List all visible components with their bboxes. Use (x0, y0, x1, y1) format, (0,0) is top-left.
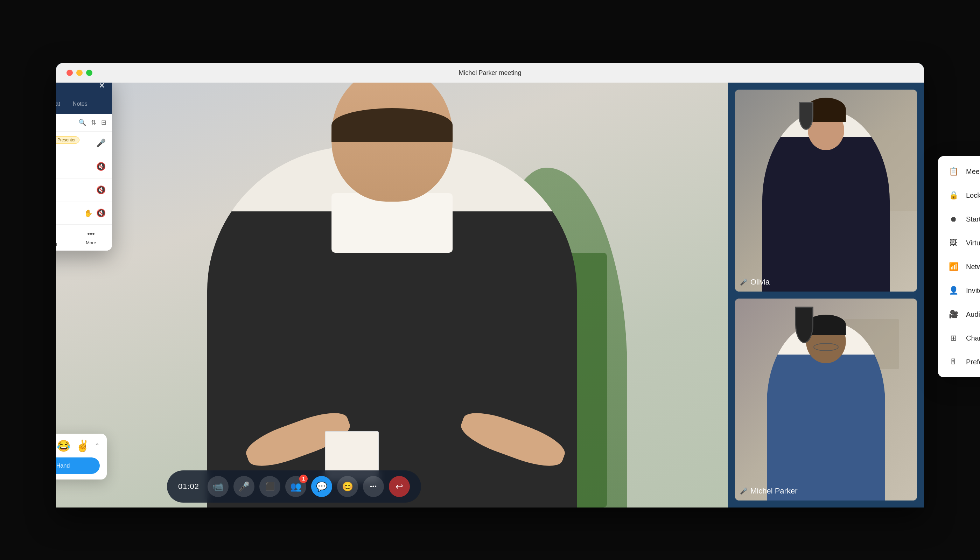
maximize-button[interactable] (86, 70, 92, 76)
leave-button[interactable]: ↩ (389, 476, 410, 497)
panel-footer: 👤 Invite 🔇 Mute all ••• More (56, 225, 112, 251)
meeting-notes-icon: 📋 (948, 166, 959, 177)
toolbar-background: 01:02 📹 🎤 ⬛ 👥 1 💬 (167, 470, 421, 503)
participant-mic-muted: 🔇 (96, 208, 106, 218)
emoji-expand-icon[interactable]: ⌃ (95, 442, 100, 450)
main-video-background (56, 83, 728, 508)
participants-button[interactable]: 👥 1 (285, 476, 306, 497)
search-button[interactable]: 🔍 (78, 118, 86, 127)
mic-icon: 🎤 (238, 481, 250, 492)
menu-item-network-performance[interactable]: 📶 Network Performance (938, 255, 980, 278)
participant-time: Joined 10 mins ago (56, 214, 80, 220)
mic-button[interactable]: 🎤 (233, 476, 255, 497)
participant-time: Joined 10 mins ago (56, 192, 93, 197)
participant-time: Just now (56, 145, 93, 150)
participant-info: Robert 🏷 Co-organizer Joined 10 mins ago (56, 183, 93, 197)
tab-chat[interactable]: Chat (56, 96, 67, 114)
context-menu: 📋 Meeting Notes 🔒 Lock Meeting ⏺ Start R… (938, 156, 980, 377)
traffic-lights (67, 70, 92, 76)
emoji-peace[interactable]: ✌ (76, 439, 90, 453)
raise-hand-label: Raise Hand (56, 463, 70, 469)
meeting-notes-label: Meeting Notes (966, 168, 980, 176)
menu-item-meeting-notes[interactable]: 📋 Meeting Notes (938, 160, 980, 183)
more-options-label: More (86, 240, 96, 245)
list-item: Robert 🏷 Co-organizer Joined 10 mins ago… (56, 178, 112, 202)
participants-icon: 👥 (290, 481, 302, 492)
change-layout-icon: ⊞ (948, 332, 959, 344)
list-item: Benjamin 🏷 Co-organizer Joined 10 mins a… (56, 155, 112, 178)
search-icons: 🔍 ⇅ ⊟ (78, 118, 107, 127)
menu-item-change-layout[interactable]: ⊞ Change Layout › (938, 326, 980, 350)
sort-button[interactable]: ⇅ (91, 118, 96, 127)
participant-name: Michael (56, 207, 80, 213)
side-videos: 🎤 Olivia (728, 83, 924, 508)
emoji-laugh[interactable]: 😂 (57, 439, 71, 453)
menu-item-audio-video-settings[interactable]: 🎥 Audio/Video Settings › (938, 302, 980, 326)
more-button[interactable]: ••• (363, 476, 384, 497)
share-icon: ⬛ (265, 482, 275, 491)
lock-meeting-label: Lock Meeting (966, 192, 980, 200)
panel-header: Thomas 1 meeting ✕ (56, 83, 112, 96)
michel-mic-icon: 🎤 (740, 487, 748, 495)
menu-item-virtual-background[interactable]: 🖼 Virtual Background (938, 231, 980, 255)
olivia-video-bg (735, 90, 917, 292)
menu-item-preferences[interactable]: 🎚 Preferences › (938, 350, 980, 374)
participant-name: Benjamin 🏷 Co-organizer (56, 160, 93, 167)
camera-icon: 📹 (212, 481, 223, 492)
lock-meeting-icon: 🔒 (948, 190, 959, 201)
participants-panel: Thomas 1 meeting ✕ Participants 4 Chat N… (56, 83, 112, 251)
menu-item-lock-meeting[interactable]: 🔒 Lock Meeting (938, 183, 980, 207)
participant-time: Joined 10 mins ago (56, 168, 93, 173)
participant-info: Me (Thomas Wayne) ⭐ Presenter Just now (56, 137, 93, 150)
side-video-michel: 🎤 Michel Parker (735, 298, 917, 500)
reactions-button[interactable]: 😊 (337, 476, 358, 497)
network-performance-label: Network Performance (966, 263, 980, 271)
mute-all-label: Mute all (56, 242, 57, 247)
toolbar: 01:02 📹 🎤 ⬛ 👥 1 💬 (56, 472, 532, 508)
michel-name-label: 🎤 Michel Parker (740, 487, 797, 496)
participant-mic-active: 🎤 (96, 138, 106, 148)
audio-video-settings-icon: 🎥 (948, 309, 959, 320)
minimize-button[interactable] (76, 70, 83, 76)
tab-chat-label: Chat (56, 101, 60, 107)
emoji-bar: 😊 👋 👍 😂 ✌ ⌃ 🖐 Raise Hand (56, 433, 107, 480)
side-video-olivia: 🎤 Olivia (735, 90, 917, 292)
chat-button[interactable]: 💬 (311, 476, 332, 497)
time-display: 01:02 (178, 482, 199, 491)
list-item: Michael Joined 10 mins ago ✋ 🔇 (56, 202, 112, 225)
preferences-label: Preferences (966, 358, 980, 366)
filter-button[interactable]: ⊟ (101, 118, 107, 127)
mute-all-button[interactable]: 🔇 Mute all (56, 230, 70, 247)
invite-participants-label: Invite Participants (966, 287, 980, 295)
share-screen-button[interactable]: ⬛ (259, 476, 280, 497)
participants-badge: 1 (299, 475, 308, 483)
more-options-icon: ••• (87, 230, 95, 238)
participant-name: Robert 🏷 Co-organizer (56, 183, 93, 190)
raise-hand-button[interactable]: 🖐 Raise Hand (56, 457, 100, 474)
presenter-badge: ⭐ Presenter (56, 137, 80, 143)
invite-participants-icon: 👤 (948, 285, 959, 296)
chat-icon: 💬 (316, 481, 327, 492)
search-participant-input[interactable] (56, 120, 75, 126)
panel-close-button[interactable]: ✕ (99, 83, 105, 90)
menu-item-invite-participants[interactable]: 👤 Invite Participants (938, 278, 980, 302)
more-options-button[interactable]: ••• More (70, 230, 112, 247)
more-icon: ••• (370, 483, 377, 490)
olivia-name-label: 🎤 Olivia (740, 278, 770, 287)
list-item: Me (Thomas Wayne) ⭐ Presenter Just now 🎤 (56, 132, 112, 155)
change-layout-label: Change Layout (966, 334, 980, 342)
emoji-row: 😊 👋 👍 😂 ✌ ⌃ (56, 439, 100, 453)
participant-mic-muted: 🔇 (96, 185, 106, 195)
virtual-background-icon: 🖼 (948, 237, 959, 248)
network-performance-icon: 📶 (948, 261, 959, 272)
menu-item-start-recording[interactable]: ⏺ Start Recording (938, 207, 980, 231)
video-area: 01:02 📹 🎤 ⬛ 👥 1 💬 (56, 83, 924, 508)
camera-button[interactable]: 📹 (208, 476, 228, 497)
start-recording-label: Start Recording (966, 215, 980, 223)
search-bar: 🔍 ⇅ ⊟ (56, 114, 112, 132)
close-button[interactable] (67, 70, 73, 76)
participant-mic-muted: 🔇 (96, 162, 106, 171)
main-video: 01:02 📹 🎤 ⬛ 👥 1 💬 (56, 83, 728, 508)
tab-notes[interactable]: Notes (67, 96, 94, 114)
hand-raised-icon: ✋ (84, 209, 93, 217)
